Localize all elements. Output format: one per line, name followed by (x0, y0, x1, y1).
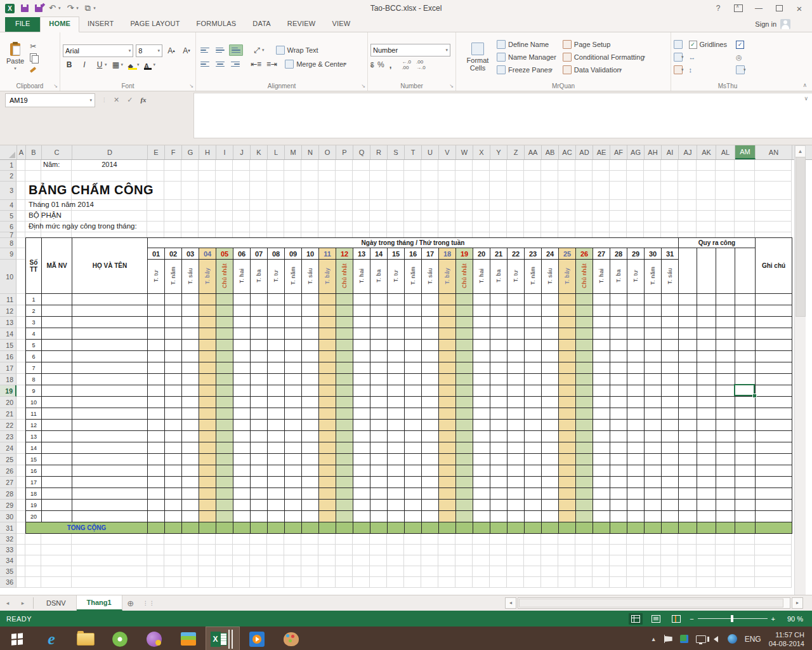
row-header[interactable]: 34 (0, 555, 16, 566)
cell-day[interactable] (353, 454, 370, 465)
cell-day[interactable] (319, 511, 336, 522)
cell-day[interactable] (148, 431, 165, 442)
total-cell[interactable] (148, 522, 165, 534)
cell-day[interactable] (199, 431, 216, 442)
row-header[interactable]: 30 (0, 511, 16, 522)
column-header[interactable]: X (473, 145, 490, 159)
row-header[interactable]: 18 (0, 374, 16, 385)
cell-day[interactable] (576, 442, 593, 454)
header-days-span[interactable]: Ngày trong tháng / Thứ trong tuần (148, 238, 679, 248)
cell-day[interactable] (165, 431, 182, 442)
cell-day[interactable] (627, 511, 645, 522)
option-button[interactable]: ◎ (736, 51, 746, 63)
cell-day[interactable] (268, 351, 285, 362)
cell-day[interactable] (199, 294, 216, 305)
cell-day[interactable] (165, 385, 182, 397)
day-weekday[interactable]: T. bảy (319, 260, 336, 294)
cell-day[interactable] (233, 511, 251, 522)
cell-day[interactable] (473, 294, 490, 305)
cell-day[interactable] (490, 511, 508, 522)
cell-day[interactable] (165, 500, 182, 511)
cell-day[interactable] (319, 454, 336, 465)
cell-day[interactable] (645, 340, 662, 351)
column-header[interactable]: AC (559, 145, 576, 159)
cell-day[interactable] (422, 500, 439, 511)
cell-ghichu[interactable] (756, 351, 792, 362)
cell-day[interactable] (593, 442, 610, 454)
cell-day[interactable] (542, 340, 559, 351)
cell-day[interactable] (662, 500, 679, 511)
cell-day[interactable] (490, 351, 508, 362)
cell-day[interactable] (473, 328, 490, 340)
formula-bar-collapse-icon[interactable]: ∨ (804, 95, 808, 102)
day-number[interactable]: 30 (645, 248, 662, 260)
cell-day[interactable] (525, 465, 542, 477)
formula-bar-splitter[interactable]: ⋮ (102, 97, 106, 103)
day-weekday[interactable]: T. bảy (439, 260, 456, 294)
cell-quy[interactable] (735, 305, 756, 317)
total-cell[interactable] (336, 522, 353, 534)
cell-day[interactable] (405, 442, 422, 454)
cell-day[interactable] (353, 420, 370, 431)
cell-day[interactable] (405, 385, 422, 397)
header-manv[interactable]: MÃ NV (42, 238, 72, 294)
cell-quy[interactable] (697, 317, 716, 328)
total-cell[interactable] (645, 522, 662, 534)
total-cell[interactable] (165, 522, 182, 534)
cell-day[interactable] (405, 511, 422, 522)
cell-day[interactable] (422, 454, 439, 465)
calculator-button[interactable]: ▾ (736, 64, 746, 76)
cell-day[interactable] (576, 420, 593, 431)
cell-day[interactable] (251, 408, 268, 420)
day-number[interactable]: 11 (319, 248, 336, 260)
cell-day[interactable] (148, 317, 165, 328)
cell-day[interactable] (233, 442, 251, 454)
cell-day[interactable] (165, 328, 182, 340)
cell-day[interactable] (370, 465, 388, 477)
cell-stt[interactable]: 17 (26, 477, 42, 488)
cell-day[interactable] (199, 488, 216, 500)
cell-day[interactable] (302, 328, 319, 340)
day-number[interactable]: 27 (593, 248, 610, 260)
cell-day[interactable] (319, 385, 336, 397)
cell-day[interactable] (285, 477, 302, 488)
cell-day[interactable] (268, 465, 285, 477)
cell-day[interactable] (388, 477, 405, 488)
cell-day[interactable] (336, 454, 353, 465)
cell-day[interactable] (610, 431, 627, 442)
cell-day[interactable] (439, 317, 456, 328)
cell-day[interactable] (319, 294, 336, 305)
ribbon-display-options-button[interactable] (730, 2, 747, 15)
cell-day[interactable] (593, 374, 610, 385)
cell-quy[interactable] (679, 442, 697, 454)
cell-quy[interactable] (716, 477, 735, 488)
cell-day[interactable] (525, 385, 542, 397)
day-number[interactable]: 05 (216, 248, 233, 260)
day-number[interactable]: 31 (662, 248, 679, 260)
cell-day[interactable] (542, 362, 559, 374)
cell-day[interactable] (268, 305, 285, 317)
cell-stt[interactable]: 13 (26, 431, 42, 442)
cell-day[interactable] (388, 420, 405, 431)
cell-manv[interactable] (42, 294, 72, 305)
cell-day[interactable] (405, 408, 422, 420)
cell-day[interactable] (388, 397, 405, 408)
cell-day[interactable] (233, 431, 251, 442)
cell-day[interactable] (285, 420, 302, 431)
cell-day[interactable] (662, 488, 679, 500)
cell-day[interactable] (353, 500, 370, 511)
day-number[interactable]: 08 (268, 248, 285, 260)
day-weekday[interactable]: T. tư (148, 260, 165, 294)
cell-day[interactable] (285, 442, 302, 454)
cell-day[interactable] (336, 477, 353, 488)
cell-day[interactable] (422, 374, 439, 385)
day-number[interactable]: 26 (576, 248, 593, 260)
cell-day[interactable] (319, 374, 336, 385)
cell-day[interactable] (490, 340, 508, 351)
cell-day[interactable] (593, 362, 610, 374)
cell-day[interactable] (525, 454, 542, 465)
cell-quy[interactable] (735, 317, 756, 328)
total-cell[interactable] (251, 522, 268, 534)
total-cell[interactable] (756, 522, 792, 534)
cell-hoten[interactable] (72, 420, 148, 431)
